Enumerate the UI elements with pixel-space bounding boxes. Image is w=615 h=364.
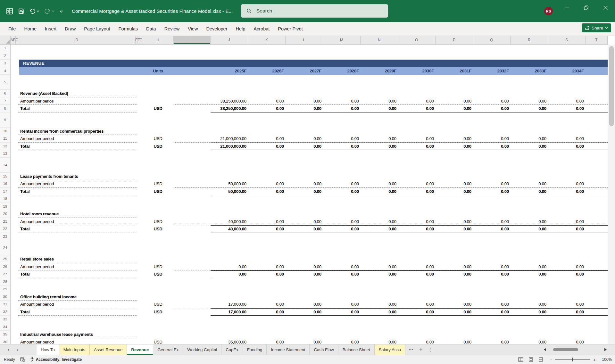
accessibility-status[interactable]: Accessibility: Investigate — [30, 357, 82, 362]
grid-cell-value[interactable]: 0.00 — [286, 270, 323, 278]
row-header-4[interactable]: 4 — [0, 67, 11, 75]
grid-cell-value[interactable]: 0.00 — [548, 180, 586, 188]
grid-cell-value[interactable]: 0.00 — [436, 225, 473, 233]
grid-cell-value[interactable]: 0.00 — [436, 143, 473, 150]
column-header-M[interactable]: M — [323, 36, 361, 44]
total-units-cell[interactable]: USD — [142, 143, 174, 150]
ribbon-tab-page-layout[interactable]: Page Layout — [80, 22, 114, 36]
grid-cell-value[interactable]: 0.00 — [361, 270, 398, 278]
amount-label-cell[interactable]: Amount per period — [20, 338, 135, 344]
horizontal-scrollbar[interactable] — [544, 346, 607, 353]
grid-cell-value[interactable]: 0.00 — [473, 135, 511, 143]
amount-units-cell[interactable]: USD — [142, 263, 174, 271]
hscroll-left-arrow-icon[interactable] — [544, 348, 546, 351]
grid-cell-value[interactable]: 17,000.00 — [211, 308, 248, 316]
grid-cell-value[interactable]: 0.00 — [473, 218, 511, 226]
sheet-tab-income-statement[interactable]: Income Statement — [267, 344, 310, 355]
grid-cell-value[interactable]: 0.00 — [286, 143, 323, 150]
grid-cell-value[interactable]: 0.00 — [548, 135, 586, 143]
grid-cell-value[interactable]: 0.00 — [323, 218, 361, 226]
row-header-13[interactable]: 13 — [0, 150, 11, 158]
sheet-tab-capex[interactable]: CapEx — [221, 344, 243, 355]
grid-cell-value[interactable]: 0.00 — [323, 270, 361, 278]
ribbon-tab-view[interactable]: View — [184, 22, 202, 36]
grid-cell-value[interactable]: 0.00 — [511, 143, 548, 150]
amount-units-cell[interactable]: USD — [142, 135, 174, 143]
grid-cell-value[interactable]: 0.00 — [398, 270, 436, 278]
row-header-32[interactable]: 32 — [0, 308, 11, 316]
grid-cell-value[interactable]: 0.00 — [436, 270, 473, 278]
amount-label-cell[interactable]: Amount per period — [20, 180, 135, 188]
row-header-15[interactable]: 15 — [0, 173, 11, 180]
total-units-cell[interactable]: USD — [142, 225, 174, 233]
grid-cell-value[interactable]: 0.00 — [548, 338, 586, 344]
ribbon-tab-acrobat[interactable]: Acrobat — [249, 22, 274, 36]
grid-cell-value[interactable]: 0.00 — [361, 338, 398, 344]
column-header-J[interactable]: J — [211, 36, 248, 44]
column-header-L[interactable]: L — [286, 36, 323, 44]
grid-cell-value[interactable]: 0.00 — [511, 225, 548, 233]
row-header-5[interactable]: 5 — [0, 75, 11, 90]
grid-cell-value[interactable]: 0.00 — [286, 97, 323, 105]
grid-cell-value[interactable]: 0.00 — [398, 180, 436, 188]
grid-cell-value[interactable]: 0.00 — [286, 338, 323, 344]
sheet-tab-funding[interactable]: Funding — [243, 344, 267, 355]
grid-cell-value[interactable]: 0.00 — [473, 97, 511, 105]
grid-cell-value[interactable]: 40,000.00 — [211, 218, 248, 226]
avatar[interactable]: RS — [544, 7, 553, 15]
minimize-button[interactable] — [560, 0, 574, 15]
year-header-2028F[interactable]: 2028F — [323, 67, 361, 75]
grid-cell-value[interactable]: 0.00 — [436, 301, 473, 308]
search-input[interactable] — [256, 8, 366, 14]
row-header-26[interactable]: 26 — [0, 263, 11, 271]
total-units-cell[interactable]: USD — [142, 105, 174, 112]
grid-cell-value[interactable]: 38,250,000.00 — [211, 105, 248, 112]
amount-units-cell[interactable]: USD — [142, 338, 174, 344]
row-header-19[interactable]: 19 — [0, 203, 11, 211]
macro-record-icon[interactable] — [20, 357, 25, 362]
amount-units-cell[interactable]: USD — [142, 180, 174, 188]
grid-cell-value[interactable]: 0.00 — [286, 188, 323, 195]
row-header-27[interactable]: 27 — [0, 270, 11, 278]
column-header-D[interactable]: D — [18, 36, 136, 44]
sheet-options-icon[interactable]: ⋮ — [428, 347, 433, 352]
section-title-cell[interactable]: Hotel room revenue — [20, 210, 135, 218]
grid-cell-value[interactable]: 0.00 — [211, 263, 248, 271]
grid-cell-value[interactable]: 0.00 — [511, 218, 548, 226]
grid-cell-value[interactable]: 0.00 — [436, 97, 473, 105]
grid-cell-value[interactable]: 0.00 — [248, 180, 286, 188]
year-header-2033F[interactable]: 2033F — [511, 67, 548, 75]
grid-cell-value[interactable]: 0.00 — [473, 188, 511, 195]
grid-cell-value[interactable]: 0.00 — [286, 308, 323, 316]
amount-label-cell[interactable]: Amount per period — [20, 301, 135, 308]
section-title-cell[interactable]: Retail store sales — [20, 255, 135, 263]
row-header-1[interactable]: 1 — [0, 45, 11, 52]
grid-cell-value[interactable]: 0.00 — [511, 270, 548, 278]
sheet-tab-cash-flow[interactable]: Cash Flow — [310, 344, 338, 355]
column-header-O[interactable]: O — [398, 36, 436, 44]
grid-cell-value[interactable]: 0.00 — [436, 338, 473, 344]
row-header-14[interactable]: 14 — [0, 158, 11, 173]
sheet-tab-working-capital[interactable]: Working Capital — [183, 344, 221, 355]
more-sheets-button[interactable]: ••• — [409, 348, 413, 352]
grid-cell-value[interactable]: 0.00 — [248, 135, 286, 143]
share-button[interactable]: Share — [582, 23, 611, 32]
column-header-N[interactable]: N — [361, 36, 398, 44]
grid-cell-value[interactable]: 0.00 — [398, 135, 436, 143]
grid-cell-value[interactable]: 0.00 — [361, 188, 398, 195]
grid-cell-value[interactable]: 0.00 — [286, 225, 323, 233]
grid-cell-value[interactable]: 0.00 — [548, 218, 586, 226]
grid-cell-value[interactable]: 0.00 — [398, 218, 436, 226]
grid-cell-value[interactable]: 0.00 — [361, 135, 398, 143]
total-label-cell[interactable]: Total — [20, 225, 135, 233]
row-header-2[interactable]: 2 — [0, 52, 11, 60]
zoom-slider[interactable] — [555, 359, 590, 360]
year-header-2029F[interactable]: 2029F — [361, 67, 398, 75]
grid-cell-value[interactable]: 0.00 — [248, 338, 286, 344]
grid-cell-value[interactable]: 0.00 — [548, 301, 586, 308]
year-header-2030F[interactable]: 2030F — [398, 67, 436, 75]
amount-units-cell[interactable]: USD — [142, 301, 174, 308]
row-header-29[interactable]: 29 — [0, 285, 11, 293]
row-header-10[interactable]: 10 — [0, 128, 11, 135]
grid-cell-value[interactable]: 40,000.00 — [211, 225, 248, 233]
